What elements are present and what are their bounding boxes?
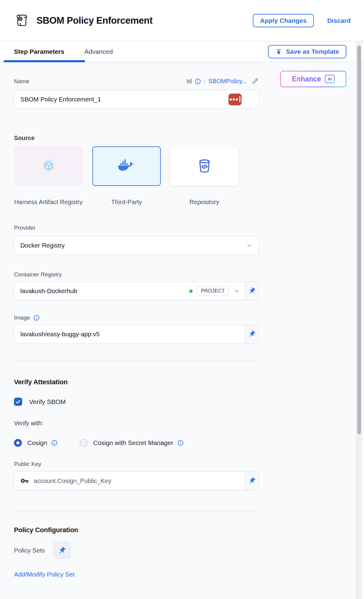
public-key-input[interactable]: account.Cosign_Public_Key	[14, 471, 259, 490]
verify-sbom-label: Verify SBOM	[29, 398, 66, 406]
step-id-value[interactable]: SBOMPolicy...	[208, 78, 247, 85]
source-option-repository[interactable]: Repository	[170, 146, 239, 206]
page-title: SBOM Policy Enforcement	[36, 15, 153, 26]
ai-badge-icon: AI	[325, 75, 335, 83]
id-label: Id	[187, 78, 192, 85]
scrollbar-track[interactable]	[356, 42, 362, 599]
radio-unselected-icon[interactable]	[80, 439, 88, 447]
tabs-bar: Step Parameters Advanced Save as Templat…	[0, 41, 364, 62]
cosign-info-icon[interactable]	[51, 440, 58, 446]
pin-icon	[246, 286, 257, 296]
radio-option-cosign[interactable]: Cosign	[14, 439, 58, 447]
image-info-icon[interactable]	[33, 314, 40, 321]
source-option-label: Harness Artifact Registry	[14, 197, 83, 206]
repository-bucket-icon	[196, 158, 213, 174]
divider	[14, 361, 259, 361]
divider	[14, 511, 259, 512]
upload-icon	[275, 48, 282, 55]
password-manager-autofill-icon[interactable]	[228, 94, 242, 105]
discard-button[interactable]: Discard	[327, 17, 351, 24]
name-input-value: SBOM Policy Enforcement_1	[20, 96, 101, 103]
name-label: Name	[14, 78, 29, 85]
docker-whale-icon	[117, 157, 136, 176]
name-id-row: Name Id : SBOMPolicy...	[14, 77, 259, 85]
repository-card[interactable]	[170, 146, 239, 186]
policy-sets-pin-button[interactable]	[53, 542, 71, 559]
public-key-label: Public Key	[14, 461, 259, 467]
image-label: Image	[14, 314, 30, 321]
verify-sbom-checkbox-row[interactable]: Verify SBOM	[14, 398, 259, 406]
image-input[interactable]: lavakush/easy-buggy-app:v5	[14, 325, 259, 344]
radio-selected-icon[interactable]	[14, 439, 22, 447]
provider-select[interactable]: Docker Registry	[14, 236, 259, 255]
scrollbar-thumb[interactable]	[357, 46, 361, 434]
provider-value: Docker Registry	[20, 242, 65, 249]
connector-status-dot	[189, 289, 193, 293]
step-form: Name Id : SBOMPolicy...	[14, 77, 259, 578]
chevron-down-icon	[233, 287, 240, 295]
cosign-secret-manager-info-icon[interactable]	[177, 440, 184, 446]
divider	[14, 126, 259, 126]
source-label: Source	[14, 135, 259, 142]
step-parameters-panel: Enhance AI Name Id : SBOMPolicy...	[0, 62, 364, 599]
provider-label: Provider	[14, 224, 259, 231]
fixed-value-pin-button[interactable]	[245, 472, 259, 490]
container-registry-label: Container Registry	[14, 271, 259, 278]
image-label-row: Image	[14, 314, 259, 321]
verify-with-radio-group: Cosign Cosign with Secret Manager	[14, 439, 259, 447]
source-option-label: Third-Party	[92, 197, 161, 206]
verify-with-label: Verify with:	[14, 420, 259, 427]
edit-id-icon[interactable]	[251, 77, 259, 85]
sbom-policy-step-icon	[14, 13, 30, 29]
tab-step-parameters[interactable]: Step Parameters	[14, 48, 64, 55]
scope-badge: PROJECT	[197, 286, 229, 296]
save-as-template-button[interactable]: Save as Template	[268, 45, 346, 58]
pin-icon	[246, 329, 257, 340]
fixed-value-pin-button[interactable]	[245, 282, 259, 300]
verify-attestation-heading: Verify Attestation	[14, 378, 259, 386]
pin-icon	[57, 545, 67, 556]
chevron-down-icon	[246, 242, 253, 249]
step-config-panel: SBOM Policy Enforcement Apply Changes Di…	[0, 0, 364, 599]
source-option-label: Repository	[170, 197, 239, 206]
enhance-ai-button[interactable]: Enhance AI	[280, 71, 346, 87]
policy-sets-row: Policy Sets	[14, 542, 259, 559]
verify-sbom-checkbox[interactable]	[14, 398, 22, 406]
third-party-card-selected[interactable]	[92, 146, 161, 186]
secret-key-icon	[20, 477, 29, 485]
policy-sets-label: Policy Sets	[14, 547, 45, 554]
source-option-third-party[interactable]: Third-Party	[92, 146, 161, 206]
image-input-value: lavakush/easy-buggy-app:v5	[20, 330, 100, 338]
container-registry-select[interactable]: lavakush-Dockerhub PROJECT	[14, 282, 259, 300]
pin-icon	[246, 475, 257, 486]
header: SBOM Policy Enforcement Apply Changes Di…	[0, 0, 364, 41]
source-options: Harness Artifact Registry	[14, 146, 259, 206]
fixed-value-pin-button[interactable]	[245, 325, 259, 343]
radio-option-cosign-secret-manager[interactable]: Cosign with Secret Manager	[80, 439, 184, 447]
harness-artifact-registry-icon	[40, 158, 57, 175]
public-key-value: account.Cosign_Public_Key	[34, 477, 111, 484]
policy-configuration-heading: Policy Configuration	[14, 526, 259, 534]
id-info-icon[interactable]	[194, 78, 201, 85]
source-option-harness-artifact-registry[interactable]: Harness Artifact Registry	[14, 146, 83, 206]
tab-advanced[interactable]: Advanced	[84, 48, 113, 55]
add-modify-policy-set-link[interactable]: Add/Modify Policy Set	[14, 571, 74, 578]
name-input[interactable]: SBOM Policy Enforcement_1	[14, 90, 259, 109]
apply-changes-button[interactable]: Apply Changes	[253, 14, 314, 27]
container-registry-value: lavakush-Dockerhub	[20, 287, 77, 295]
step-id-row: Id : SBOMPolicy...	[187, 77, 259, 85]
harness-artifact-registry-card[interactable]	[14, 146, 83, 186]
